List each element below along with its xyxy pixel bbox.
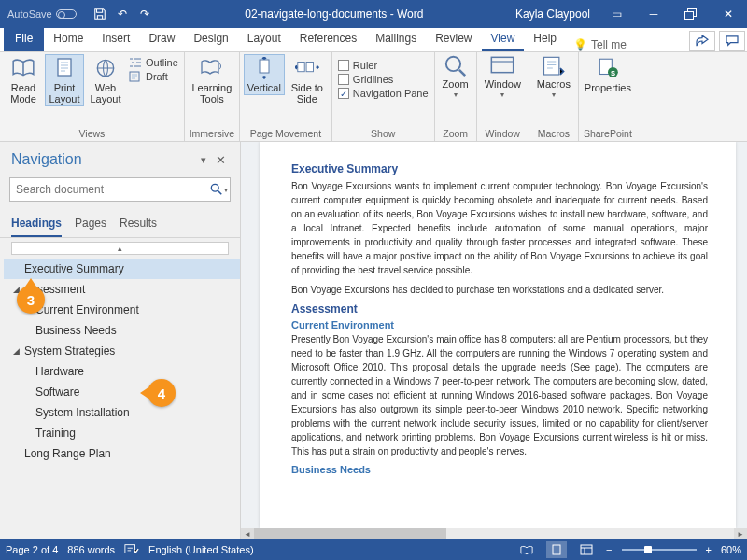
tab-design[interactable]: Design	[184, 27, 237, 51]
navigation-pane-checkbox[interactable]: ✓Navigation Pane	[338, 88, 429, 99]
doc-heading-assess: Assessment	[291, 302, 708, 315]
tab-insert[interactable]: Insert	[92, 27, 139, 51]
save-icon[interactable]	[90, 4, 110, 24]
heading-long-range-plan[interactable]: Long Range Plan	[4, 443, 240, 464]
callout-4: 4	[148, 379, 176, 407]
lightbulb-icon: 💡	[573, 38, 587, 51]
title-bar: AutoSave ↶ ↷ 02-navigate-long-documents …	[0, 0, 747, 28]
vertical-button[interactable]: Vertical	[244, 54, 285, 95]
read-mode-view-icon[interactable]	[516, 541, 537, 558]
draft-icon	[129, 71, 142, 82]
tell-me[interactable]: 💡 Tell me	[566, 38, 634, 51]
tab-layout[interactable]: Layout	[238, 27, 290, 51]
group-views: Read Mode Print Layout Web Layout Outlin…	[0, 52, 185, 141]
share-button[interactable]	[689, 31, 715, 51]
spell-check-icon[interactable]	[124, 543, 139, 556]
macros-button[interactable]: Macros ▾	[533, 54, 574, 102]
collapse-icon[interactable]: ◢	[13, 346, 24, 356]
heading-system-strategies[interactable]: ◢System Strategies	[4, 341, 240, 361]
draft-button[interactable]: Draft	[129, 71, 178, 82]
nav-tab-pages[interactable]: Pages	[75, 213, 106, 237]
vertical-label: Vertical	[247, 82, 281, 93]
horizontal-scrollbar[interactable]: ◄ ►	[241, 528, 747, 539]
gridlines-checkbox[interactable]: Gridlines	[338, 74, 429, 85]
search-icon[interactable]: ▾	[208, 179, 229, 200]
heading-software[interactable]: Software	[4, 382, 240, 402]
web-layout-button[interactable]: Web Layout	[86, 54, 125, 106]
read-mode-button[interactable]: Read Mode	[4, 54, 43, 106]
user-name[interactable]: Kayla Claypool	[508, 7, 598, 21]
comments-button[interactable]	[719, 31, 745, 51]
heading-system-installation[interactable]: System Installation	[4, 402, 240, 423]
doc-para: Presently Bon Voyage Excursion's main of…	[291, 332, 708, 458]
properties-button[interactable]: S Properties	[583, 54, 633, 95]
group-zoom: Zoom ▾ Zoom	[435, 52, 477, 141]
undo-icon[interactable]: ↶	[112, 4, 133, 24]
maximize-icon[interactable]	[672, 0, 710, 28]
scroll-track[interactable]	[254, 528, 734, 539]
svg-rect-13	[125, 545, 135, 553]
tab-references[interactable]: References	[290, 27, 366, 51]
zoom-slider[interactable]	[622, 549, 697, 551]
nav-options-icon[interactable]: ▾	[195, 154, 212, 166]
tab-mailings[interactable]: Mailings	[366, 27, 426, 51]
svg-point-12	[211, 184, 218, 191]
tab-draw[interactable]: Draw	[139, 27, 184, 51]
doc-para: Bon Voyage Excursions has decided to pur…	[291, 283, 708, 297]
quick-access-toolbar: ↶ ↷	[84, 4, 161, 24]
print-layout-button[interactable]: Print Layout	[45, 54, 84, 106]
nav-close-icon[interactable]: ✕	[212, 153, 229, 167]
print-layout-icon	[51, 56, 78, 80]
redo-icon[interactable]: ↷	[134, 4, 155, 24]
tab-help[interactable]: Help	[524, 27, 566, 51]
zoom-out-button[interactable]: −	[606, 544, 612, 555]
nav-tab-headings[interactable]: Headings	[11, 213, 62, 237]
chevron-down-icon: ▾	[552, 91, 556, 100]
ribbon-display-icon[interactable]: ▭	[598, 0, 635, 28]
tab-view[interactable]: View	[482, 27, 525, 51]
language[interactable]: English (United States)	[148, 544, 254, 555]
svg-rect-4	[298, 63, 304, 72]
web-layout-label: Web Layout	[88, 82, 123, 105]
print-layout-view-icon[interactable]	[546, 541, 567, 558]
group-page-movement: Vertical Side to Side Page Movement	[240, 52, 332, 141]
heading-executive-summary[interactable]: Executive Summary	[4, 259, 240, 279]
window-title: 02-navigate-long-documents - Word	[161, 7, 508, 21]
outline-button[interactable]: Outline	[129, 57, 178, 68]
search-input[interactable]	[9, 177, 231, 202]
scroll-thumb[interactable]	[254, 528, 446, 539]
word-count[interactable]: 886 words	[67, 544, 115, 555]
learning-tools-button[interactable]: Learning Tools	[189, 54, 235, 106]
scroll-left-icon[interactable]: ◄	[241, 528, 254, 539]
close-icon[interactable]: ✕	[710, 0, 747, 28]
document-area[interactable]: Executive Summary Bon Voyage Excursions …	[241, 142, 747, 539]
zoom-level[interactable]: 60%	[721, 544, 741, 555]
zoom-button[interactable]: Zoom ▾	[439, 54, 472, 102]
heading-training[interactable]: Training	[4, 423, 240, 443]
collapse-all-icon[interactable]: ▴	[11, 242, 229, 255]
ruler-checkbox[interactable]: Ruler	[338, 60, 429, 71]
svg-rect-5	[306, 63, 313, 72]
tab-home[interactable]: Home	[44, 27, 92, 51]
nav-tab-results[interactable]: Results	[120, 213, 157, 237]
page-number[interactable]: Page 2 of 4	[6, 544, 58, 555]
web-layout-view-icon[interactable]	[576, 541, 597, 558]
ribbon-tabs: File Home Insert Draw Design Layout Refe…	[0, 28, 747, 52]
zoom-thumb[interactable]	[644, 546, 652, 553]
doc-heading-current: Current Environment	[291, 319, 708, 330]
sharepoint-label: SharePoint	[583, 126, 633, 141]
zoom-in-button[interactable]: +	[706, 544, 712, 555]
window-label: Window	[481, 126, 525, 141]
side-to-side-button[interactable]: Side to Side	[287, 54, 328, 106]
tab-review[interactable]: Review	[426, 27, 481, 51]
tab-file[interactable]: File	[4, 27, 44, 51]
autosave-toggle[interactable]: AutoSave	[0, 8, 84, 20]
minimize-icon[interactable]: ─	[635, 0, 672, 28]
views-label: Views	[4, 126, 180, 141]
heading-business-needs[interactable]: Business Needs	[4, 320, 240, 341]
window-button[interactable]: Window ▾	[481, 54, 525, 102]
scroll-right-icon[interactable]: ►	[734, 528, 747, 539]
heading-hardware[interactable]: Hardware	[4, 361, 240, 382]
callout-3: 3	[17, 286, 45, 314]
doc-heading-exec: Executive Summary	[291, 162, 708, 175]
